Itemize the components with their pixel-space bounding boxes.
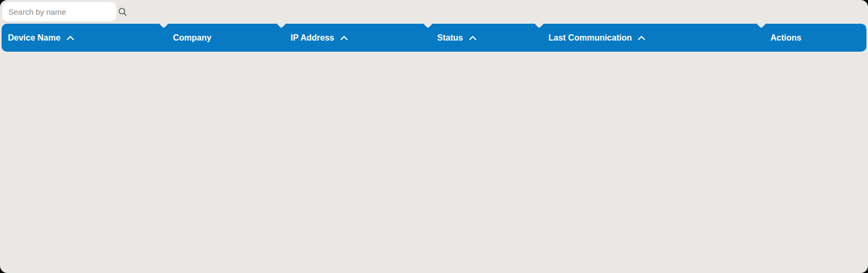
column-label: Actions xyxy=(770,33,802,43)
column-header-ip[interactable]: IP Address xyxy=(284,24,428,52)
column-header-actions: Actions xyxy=(764,24,866,52)
column-label: IP Address xyxy=(291,33,334,43)
device-management-page: Device Name CompanyIP Address Status Las… xyxy=(0,0,868,273)
column-header-name[interactable]: Device Name xyxy=(2,24,164,52)
column-label: Company xyxy=(173,33,211,43)
search-box[interactable] xyxy=(2,2,117,22)
search-input[interactable] xyxy=(8,7,113,16)
table-header: Device Name CompanyIP Address Status Las… xyxy=(2,24,866,52)
column-label: Device Name xyxy=(8,33,61,43)
column-label: Status xyxy=(437,33,463,43)
sort-caret-up-icon xyxy=(469,35,477,41)
column-header-company: Company xyxy=(167,24,282,52)
sort-caret-up-icon xyxy=(66,35,74,41)
table-body xyxy=(0,52,868,54)
top-bar xyxy=(0,0,868,24)
search-icon[interactable] xyxy=(118,7,128,17)
column-label: Last Communication xyxy=(548,33,632,43)
sort-caret-up-icon xyxy=(638,35,645,41)
sort-caret-up-icon xyxy=(340,35,348,41)
column-header-status[interactable]: Status xyxy=(431,24,539,52)
column-header-last[interactable]: Last Communication xyxy=(542,24,761,52)
